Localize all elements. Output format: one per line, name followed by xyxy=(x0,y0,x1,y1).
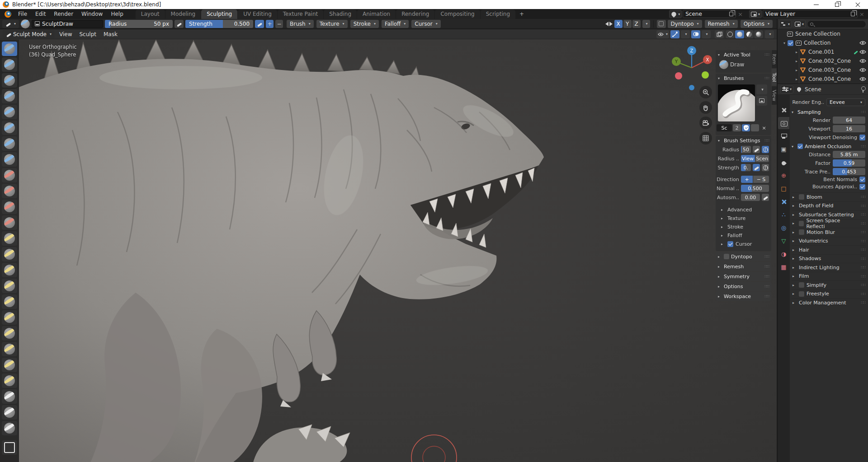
outliner-search-input[interactable] xyxy=(807,20,866,28)
drag-handle[interactable]: ∷∷ xyxy=(765,284,769,289)
outliner-object-row[interactable]: ▸ Cone.004_Cone xyxy=(793,75,868,84)
drag-handle[interactable]: ∷∷ xyxy=(861,230,865,234)
brush-name-field[interactable]: SculptDraw xyxy=(32,20,103,28)
sidebar-tab[interactable]: Item xyxy=(772,50,777,68)
dyntopo-toggle[interactable] xyxy=(657,20,666,28)
shading-wireframe-button[interactable] xyxy=(726,30,735,38)
render-panel-row[interactable]: ▸ Color Management ∷∷ xyxy=(792,298,865,307)
symmetry-axis-button[interactable]: X xyxy=(614,20,623,28)
unlink-brush-button[interactable]: × xyxy=(760,124,768,131)
minimize-button[interactable] xyxy=(806,0,826,9)
properties-tab[interactable]: ∴ xyxy=(778,209,789,221)
eye-icon[interactable] xyxy=(859,77,866,81)
eye-icon[interactable] xyxy=(859,59,866,63)
subsection-row[interactable]: ▸ Advanced xyxy=(716,205,771,214)
sidebar-tab[interactable]: Tool xyxy=(772,69,777,85)
drag-handle[interactable]: ∷∷ xyxy=(861,292,865,296)
properties-tab[interactable]: ▽ xyxy=(778,235,789,247)
tool-button[interactable] xyxy=(2,342,17,356)
scene-collection-row[interactable]: Scene Collection xyxy=(778,29,868,38)
eye-icon[interactable] xyxy=(859,50,866,54)
workspace-tab[interactable]: Sculpting xyxy=(201,9,237,19)
viewport-menu-item[interactable]: Mask xyxy=(100,30,121,38)
collapsed-panel[interactable]: ▸ Dyntopo ∷∷ xyxy=(716,252,771,261)
drag-handle[interactable]: ∷∷ xyxy=(861,110,865,114)
tool-button[interactable] xyxy=(2,405,17,420)
radius-slider[interactable]: Radius 50 px xyxy=(105,20,173,28)
radius-pressure-button[interactable] xyxy=(753,146,760,153)
scene-name-field[interactable]: Scene xyxy=(683,10,736,18)
panel-dropdown[interactable]: Dyntopo▾ xyxy=(668,20,702,28)
options-dropdown[interactable]: Stroke▾ xyxy=(350,20,379,28)
radius-unit-option[interactable]: Scen xyxy=(755,155,769,162)
drag-handle[interactable]: ∷∷ xyxy=(861,247,865,252)
overlays-toggle[interactable] xyxy=(691,30,700,38)
workspace-tab[interactable]: Compositing xyxy=(435,9,480,19)
workspace-tab[interactable]: Texture Paint xyxy=(278,9,323,19)
shading-dropdown[interactable]: ▾ xyxy=(765,30,774,38)
number-field[interactable]: 64 xyxy=(833,117,865,124)
collapse-icon[interactable]: ▸ xyxy=(793,77,800,81)
radius-unit-button[interactable] xyxy=(762,146,769,153)
panel-checkbox[interactable] xyxy=(724,254,729,259)
menu-item[interactable]: Help xyxy=(107,10,127,18)
drag-handle[interactable]: ∷∷ xyxy=(861,257,865,261)
tool-button[interactable] xyxy=(2,200,17,214)
normal-radius-field[interactable]: 0.500 xyxy=(741,185,769,192)
collapsed-panel[interactable]: ▸ Options ∷∷ xyxy=(716,282,771,291)
tool-button[interactable] xyxy=(2,421,17,435)
collapsed-panel[interactable]: ▸ Workspace ∷∷ xyxy=(716,292,771,301)
strength-field[interactable]: 0. xyxy=(741,164,751,171)
tool-button[interactable] xyxy=(2,73,17,88)
menu-item[interactable]: Render xyxy=(50,10,77,18)
brushes-panel[interactable]: ▾Brushes∷∷ ▾ xyxy=(716,74,771,135)
properties-tab[interactable]: □ xyxy=(778,182,789,195)
render-panel-row[interactable]: ▸ Shadows ∷∷ xyxy=(792,254,865,263)
properties-tab[interactable]: ◑ xyxy=(778,248,789,260)
properties-tab[interactable] xyxy=(778,156,789,168)
tool-button[interactable] xyxy=(2,373,17,388)
drag-handle[interactable]: ∷∷ xyxy=(765,76,769,80)
visibility-dropdown[interactable]: ▾ xyxy=(656,30,669,38)
drag-handle[interactable]: ∷∷ xyxy=(765,264,769,269)
viewport-canvas[interactable]: User Orthographic (36) Quad_Sphere Z X xyxy=(0,40,777,462)
strength-unit-button[interactable] xyxy=(762,164,769,171)
properties-tab[interactable] xyxy=(778,104,789,116)
drag-handle[interactable]: ∷∷ xyxy=(861,265,865,270)
tool-button[interactable] xyxy=(2,152,17,167)
properties-tab[interactable]: ◎ xyxy=(778,222,789,234)
properties-tab[interactable]: ▣ xyxy=(778,143,789,155)
strength-slider[interactable]: Strength 0.500 xyxy=(185,20,253,28)
render-panel-row[interactable]: ▸ Simplify ∷∷ xyxy=(792,280,865,289)
slider-field[interactable]: 5.85 m xyxy=(833,151,865,158)
autosmooth-pressure-button[interactable] xyxy=(762,194,769,201)
viewport-3d[interactable]: Sculpt Mode ▾ ViewSculptMask ▾ ▾ ▾ xyxy=(0,29,777,462)
tool-button[interactable] xyxy=(2,121,17,135)
sidebar-tab[interactable]: View xyxy=(772,86,777,105)
tool-button[interactable] xyxy=(2,136,17,151)
render-panel-row[interactable]: ▸ Depth of Field ∷∷ xyxy=(792,201,865,210)
fake-user-button[interactable] xyxy=(742,124,750,131)
workspace-tab[interactable]: Layout xyxy=(136,9,165,19)
properties-tab[interactable]: ⊕ xyxy=(778,169,789,182)
render-panel-row[interactable]: ▸ Screen Space Reflecti ∷∷ xyxy=(792,219,865,228)
tool-button[interactable] xyxy=(2,294,17,309)
outliner-object-row[interactable]: ▸ Cone.003_Cone xyxy=(793,65,868,75)
radius-field[interactable]: 50 xyxy=(741,146,751,153)
panel-checkbox[interactable] xyxy=(799,291,804,297)
render-panel-row[interactable]: ▸ Bloom ∷∷ xyxy=(792,192,865,201)
tool-button[interactable] xyxy=(2,263,17,277)
subsection-row[interactable]: ▸ Falloff xyxy=(716,231,771,240)
brush-add-button[interactable]: + xyxy=(266,20,274,28)
collapsed-panel[interactable]: ▸ Symmetry ∷∷ xyxy=(716,272,771,281)
render-engine-dropdown[interactable]: Eevee ▾ xyxy=(826,98,865,106)
tool-button[interactable] xyxy=(2,247,17,261)
properties-tab[interactable]: ▦ xyxy=(778,261,789,273)
trex-model[interactable] xyxy=(0,40,777,462)
tool-button[interactable] xyxy=(2,215,17,230)
new-view-layer-icon[interactable] xyxy=(851,12,855,16)
drag-handle[interactable]: ∷∷ xyxy=(861,239,865,243)
options-dropdown[interactable]: Falloff▾ xyxy=(382,20,409,28)
menu-item[interactable]: Window xyxy=(77,10,107,18)
brush-image-button[interactable] xyxy=(756,96,767,106)
